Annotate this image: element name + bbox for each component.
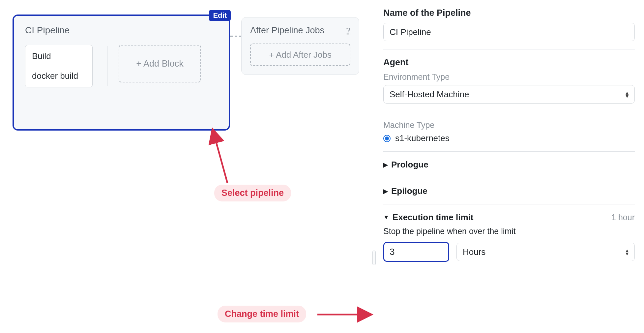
pipeline-canvas: Edit CI Pipeline Build docker build + Ad… <box>0 0 372 333</box>
exec-time-heading: Execution time limit <box>393 212 474 223</box>
pipeline-card[interactable]: Edit CI Pipeline Build docker build + Ad… <box>13 15 230 131</box>
exec-time-value-input[interactable] <box>383 242 449 262</box>
annotation-arrow-select <box>208 132 234 186</box>
caret-down-icon: ▼ <box>383 214 389 221</box>
resize-handle[interactable] <box>372 251 376 265</box>
svg-line-0 <box>214 135 227 183</box>
prologue-label: Prologue <box>391 160 428 170</box>
pipeline-connector <box>230 36 242 37</box>
edit-badge[interactable]: Edit <box>209 10 231 21</box>
help-icon[interactable]: ? <box>346 26 350 35</box>
block-card-build[interactable]: Build docker build <box>25 45 93 87</box>
name-label: Name of the Pipeline <box>383 8 635 18</box>
after-pipeline-card[interactable]: After Pipeline Jobs ? + Add After Jobs <box>241 17 359 75</box>
annotation-arrow-change <box>316 308 368 322</box>
env-type-select[interactable]: Self-Hosted Machine <box>383 85 635 104</box>
chevron-updown-icon: ▲▼ <box>625 249 629 255</box>
machine-type-label: Machine Type <box>383 120 635 130</box>
block-separator <box>107 46 107 86</box>
env-type-value: Self-Hosted Machine <box>390 89 469 100</box>
caret-right-icon: ▶ <box>383 188 388 195</box>
pipeline-name-input[interactable] <box>383 23 635 41</box>
machine-type-value: s1-kubernetes <box>395 133 450 143</box>
block-job: docker build <box>25 66 92 87</box>
block-name: Build <box>25 45 92 66</box>
add-block-button[interactable]: + Add Block <box>119 45 201 82</box>
chevron-updown-icon: ▲▼ <box>625 91 629 98</box>
exec-time-toggle[interactable]: ▼ Execution time limit <box>383 212 473 223</box>
after-pipeline-title: After Pipeline Jobs <box>250 25 324 36</box>
epilogue-toggle[interactable]: ▶ Epilogue <box>383 186 635 196</box>
add-after-jobs-button[interactable]: + Add After Jobs <box>250 44 350 66</box>
exec-time-unit-select[interactable]: Hours <box>456 243 635 261</box>
machine-type-option[interactable]: s1-kubernetes <box>383 133 635 143</box>
pipeline-settings-sidebar: Name of the Pipeline Agent Environment T… <box>374 0 644 333</box>
exec-time-hint: 1 hour <box>611 213 635 222</box>
annotation-change-time-limit: Change time limit <box>218 306 306 322</box>
agent-heading: Agent <box>383 57 635 68</box>
prologue-toggle[interactable]: ▶ Prologue <box>383 160 635 170</box>
exec-time-unit-value: Hours <box>463 247 485 257</box>
exec-time-desc: Stop the pipeline when over the limit <box>383 227 635 236</box>
annotation-select-pipeline: Select pipeline <box>214 185 291 201</box>
pipeline-title: CI Pipeline <box>25 25 218 36</box>
radio-selected-icon <box>383 135 391 142</box>
caret-right-icon: ▶ <box>383 161 388 168</box>
epilogue-label: Epilogue <box>391 186 427 196</box>
env-type-label: Environment Type <box>383 72 635 82</box>
